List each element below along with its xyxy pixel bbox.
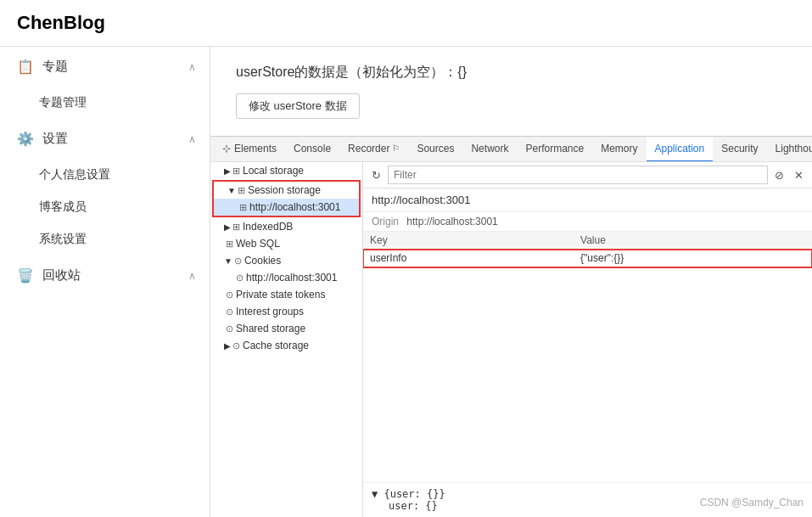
tree-item-private-state-tokens[interactable]: ⊙ Private state tokens	[210, 286, 362, 303]
table-cell-key: userInfo	[363, 250, 574, 267]
tab-security[interactable]: Security	[713, 137, 766, 162]
sidebar-section-topics[interactable]: 📋 专题 ∧	[0, 47, 210, 87]
tab-lighthouse[interactable]: Lighthouse	[767, 137, 812, 162]
filter-bar: ↻ ⊘ ✕	[363, 162, 812, 188]
storage-table: Key Value userInfo {"user":{}}	[363, 232, 812, 482]
tree-item-localhost-cookies[interactable]: ⊙ http://localhost:3001	[210, 269, 362, 286]
top-nav: ChenBlog	[0, 0, 812, 47]
clear-filter-button[interactable]: ⊘	[771, 167, 787, 183]
trash-chevron: ∧	[188, 270, 196, 282]
tree-item-indexeddb[interactable]: ▶ ⊞ IndexedDB	[210, 218, 362, 235]
modify-userstore-button[interactable]: 修改 userStore 数据	[236, 93, 360, 119]
cache-storage-arrow: ▶	[224, 341, 231, 351]
devtools-main-panel: ↻ ⊘ ✕ http://localhost:3001 Origin http:…	[363, 162, 812, 517]
csdn-watermark: CSDN @Samdy_Chan	[700, 497, 804, 509]
localhost-cookies-icon: ⊙	[236, 273, 244, 284]
tree-item-interest-groups[interactable]: ⊙ Interest groups	[210, 303, 362, 320]
sidebar-item-system-settings[interactable]: 系统设置	[0, 223, 210, 256]
table-cell-value: {"user":{}}	[574, 250, 812, 267]
trash-icon: 🗑️	[17, 267, 34, 284]
content-area: userStore的数据是（初始化为空）：{} 修改 userStore 数据 …	[210, 47, 812, 517]
tab-elements[interactable]: ⊹ Elements	[214, 137, 285, 162]
session-storage-arrow: ▼	[227, 186, 236, 195]
localhost-session-icon: ⊞	[239, 202, 247, 213]
app-title: ChenBlog	[17, 12, 105, 34]
session-storage-icon: ⊞	[238, 185, 245, 196]
origin-bar: Origin http://localhost:3001	[363, 212, 812, 232]
local-storage-icon: ⊞	[232, 166, 240, 177]
topics-icon: 📋	[17, 59, 34, 75]
tab-network[interactable]: Network	[462, 137, 517, 162]
main-layout: 📋 专题 ∧ 专题管理 ⚙️ 设置 ∧ 个人信息设置 博客成员 系统设置	[0, 47, 812, 517]
sidebar-section-trash-label: 回收站	[42, 267, 81, 284]
sidebar-item-blog-members[interactable]: 博客成员	[0, 191, 210, 223]
tree-item-cache-storage[interactable]: ▶ ⊙ Cache storage	[210, 337, 362, 354]
sidebar-section-topics-label: 专题	[42, 59, 68, 75]
tree-item-local-storage[interactable]: ▶ ⊞ Local storage	[210, 162, 362, 179]
sidebar-section-settings[interactable]: ⚙️ 设置 ∧	[0, 119, 210, 159]
filter-input[interactable]	[388, 166, 768, 184]
websql-icon: ⊞	[226, 239, 233, 250]
session-storage-group: ▼ ⊞ Session storage ⊞ http://localhost:3…	[212, 180, 361, 217]
close-filter-button[interactable]: ✕	[791, 167, 807, 183]
settings-chevron: ∧	[188, 133, 196, 145]
devtools-tab-bar: ⊹ Elements Console Recorder ⚐ Sources Ne…	[210, 137, 812, 162]
refresh-button[interactable]: ↻	[368, 167, 384, 183]
cookies-arrow: ▼	[224, 256, 232, 266]
storage-data-table: Key Value userInfo {"user":{}}	[363, 232, 812, 267]
store-info: userStore的数据是（初始化为空）：{}	[236, 64, 787, 81]
topics-chevron: ∧	[188, 61, 196, 73]
page-content: userStore的数据是（初始化为空）：{} 修改 userStore 数据	[210, 47, 812, 136]
cookies-icon: ⊙	[234, 256, 242, 267]
cursor-icon: ⊹	[222, 143, 231, 155]
tab-recorder[interactable]: Recorder ⚐	[339, 137, 408, 162]
shared-storage-icon: ⊙	[226, 323, 233, 334]
expand-toggle[interactable]: ▼ {user: {}}	[372, 488, 445, 500]
private-state-icon: ⊙	[226, 289, 233, 301]
tree-item-web-sql[interactable]: ⊞ Web SQL	[210, 235, 362, 252]
local-storage-arrow: ▶	[224, 166, 231, 176]
interest-groups-icon: ⊙	[226, 306, 233, 318]
tab-memory[interactable]: Memory	[592, 137, 646, 162]
indexeddb-arrow: ▶	[224, 222, 231, 232]
tab-application[interactable]: Application	[647, 137, 714, 162]
devtools-storage-tree: ▶ ⊞ Local storage ▼ ⊞ Session storage	[210, 162, 363, 517]
key-column-header: Key	[363, 232, 574, 250]
tree-item-cookies[interactable]: ▼ ⊙ Cookies	[210, 252, 362, 269]
devtools-panel: ⊹ Elements Console Recorder ⚐ Sources Ne…	[210, 136, 812, 517]
cache-storage-icon: ⊙	[232, 340, 240, 351]
settings-icon: ⚙️	[17, 131, 34, 147]
tab-sources[interactable]: Sources	[408, 137, 462, 162]
tree-item-session-storage[interactable]: ▼ ⊞ Session storage	[214, 182, 359, 199]
sidebar: 📋 专题 ∧ 专题管理 ⚙️ 设置 ∧ 个人信息设置 博客成员 系统设置	[0, 47, 210, 517]
tree-item-shared-storage[interactable]: ⊙ Shared storage	[210, 320, 362, 337]
recorder-icon: ⚐	[392, 143, 400, 153]
tab-console[interactable]: Console	[285, 137, 339, 162]
sidebar-section-settings-label: 设置	[42, 131, 68, 147]
url-bar: http://localhost:3001	[363, 188, 812, 212]
value-column-header: Value	[574, 232, 812, 250]
sidebar-section-trash[interactable]: 🗑️ 回收站 ∧	[0, 256, 210, 295]
table-row[interactable]: userInfo {"user":{}}	[363, 250, 812, 267]
tab-performance[interactable]: Performance	[517, 137, 592, 162]
devtools-body: ▶ ⊞ Local storage ▼ ⊞ Session storage	[210, 162, 812, 517]
sidebar-item-personal-settings[interactable]: 个人信息设置	[0, 159, 210, 191]
sidebar-item-topic-management[interactable]: 专题管理	[0, 87, 210, 119]
tree-item-localhost-session[interactable]: ⊞ http://localhost:3001	[214, 199, 359, 216]
indexeddb-icon: ⊞	[232, 222, 240, 233]
